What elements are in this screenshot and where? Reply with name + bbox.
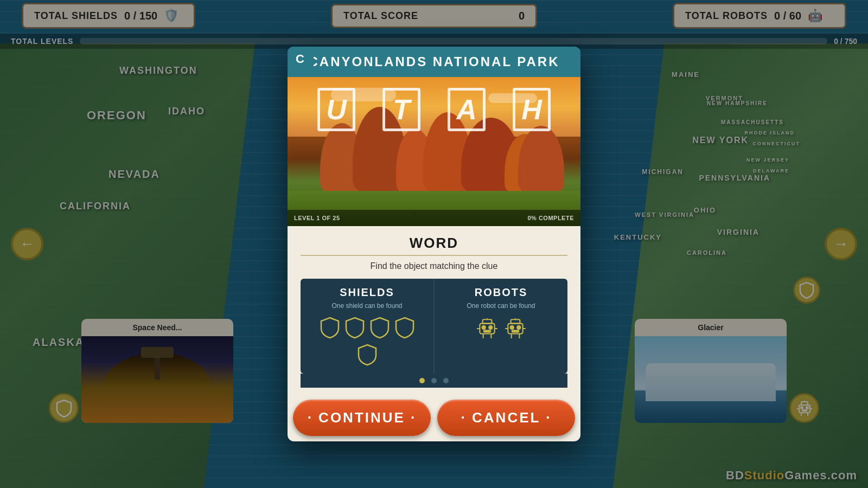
svg-point-23 bbox=[510, 326, 513, 329]
modal-image: U T A H LEVEL 1 OF 25 0% COMPLETE bbox=[288, 77, 580, 226]
pagination-dot-3 bbox=[443, 378, 449, 383]
level-text: LEVEL 1 OF 25 bbox=[294, 215, 340, 221]
modal-instruction: Find the object matching the clue bbox=[301, 261, 567, 271]
robots-desc: One robot can be found bbox=[441, 302, 561, 310]
letter-t: T bbox=[382, 88, 420, 131]
shields-title: SHIELDS bbox=[307, 286, 427, 299]
letter-h: H bbox=[513, 88, 551, 131]
shield-icon-5 bbox=[357, 343, 378, 366]
svg-rect-21 bbox=[510, 319, 520, 323]
modal-close-area: C bbox=[288, 47, 314, 73]
modal-title: CANYONLANDS NATIONAL PARK bbox=[309, 54, 560, 69]
robots-col: ROBOTS One robot can be found bbox=[435, 279, 567, 374]
utah-scenery: U T A H bbox=[288, 77, 580, 226]
shield-icon-1 bbox=[320, 316, 340, 339]
letter-u: U bbox=[317, 88, 355, 131]
shields-icons bbox=[307, 316, 427, 366]
svg-rect-25 bbox=[512, 330, 519, 332]
shield-icon-4 bbox=[394, 316, 415, 339]
modal-overlay: C CANYONLANDS NATIONAL PARK bbox=[0, 0, 868, 488]
svg-rect-15 bbox=[483, 330, 490, 332]
game-type: WORD bbox=[301, 235, 567, 252]
shield-icon-3 bbox=[369, 316, 390, 339]
modal-divider bbox=[301, 255, 567, 256]
modal-header: C CANYONLANDS NATIONAL PARK bbox=[288, 47, 580, 77]
modal-body: WORD Find the object matching the clue S… bbox=[288, 226, 580, 394]
pagination-dot-1 bbox=[419, 378, 425, 383]
shields-col: SHIELDS One shield can be found bbox=[301, 279, 435, 374]
shields-desc: One shield can be found bbox=[307, 302, 427, 310]
modal-footer: · CONTINUE · · CANCEL · bbox=[288, 394, 580, 441]
level-modal: C CANYONLANDS NATIONAL PARK bbox=[288, 47, 580, 441]
collectibles-section: SHIELDS One shield can be found bbox=[301, 279, 567, 374]
utah-letters: U T A H bbox=[288, 88, 580, 131]
svg-point-14 bbox=[489, 326, 492, 329]
robots-title: ROBOTS bbox=[441, 286, 561, 299]
pagination-dot-2 bbox=[431, 378, 437, 383]
shield-icon-2 bbox=[344, 316, 365, 339]
letter-a: A bbox=[448, 88, 486, 131]
robot-icon-1 bbox=[475, 316, 499, 340]
image-bottom-bar: LEVEL 1 OF 25 0% COMPLETE bbox=[288, 210, 580, 226]
complete-text: 0% COMPLETE bbox=[527, 215, 574, 221]
robot-icon-2 bbox=[503, 316, 527, 340]
cancel-button[interactable]: · CANCEL · bbox=[437, 400, 575, 436]
robots-icons bbox=[441, 316, 561, 340]
svg-point-13 bbox=[482, 326, 485, 329]
svg-rect-11 bbox=[482, 319, 492, 323]
continue-button[interactable]: · CONTINUE · bbox=[293, 400, 431, 436]
svg-point-24 bbox=[517, 326, 520, 329]
pagination-row bbox=[301, 374, 567, 388]
